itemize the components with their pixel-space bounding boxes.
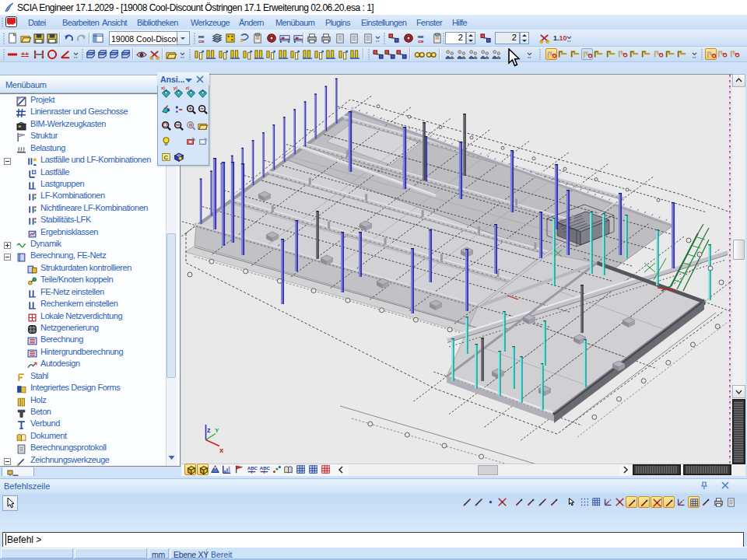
svg-text:±±: ±± bbox=[21, 51, 29, 58]
svg-text:R: R bbox=[188, 123, 192, 128]
svg-text:z: z bbox=[609, 498, 611, 502]
svg-text:z: z bbox=[682, 498, 684, 502]
svg-text:ABC: ABC bbox=[247, 466, 258, 471]
svg-text:cm: cm bbox=[418, 39, 424, 44]
svg-text:x: x bbox=[219, 446, 223, 454]
svg-text:z: z bbox=[207, 426, 211, 434]
svg-text:cm: cm bbox=[198, 39, 205, 44]
svg-text:Y: Y bbox=[215, 427, 219, 434]
svg-text:C: C bbox=[163, 154, 168, 161]
svg-text:ABC: ABC bbox=[260, 466, 270, 471]
